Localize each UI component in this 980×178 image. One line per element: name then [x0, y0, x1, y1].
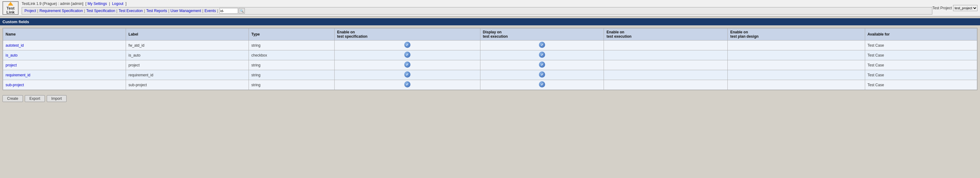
check-icon: [539, 61, 545, 68]
footer-buttons: Create Export Import: [0, 93, 980, 104]
table-cell: Test Case: [865, 50, 977, 60]
section-title: Custom fields: [3, 19, 29, 24]
row-link[interactable]: project: [6, 63, 17, 68]
table-cell: [335, 70, 480, 80]
col-label: Label: [126, 28, 249, 41]
table-cell[interactable]: autotest_id: [3, 41, 126, 50]
table-row: sub-projectsub-projectstringTest Case: [3, 80, 977, 90]
col-enable-plan: Enable ontest plan design: [728, 28, 865, 41]
table-cell: [480, 50, 604, 60]
app-title: TestLink 1.9 (Prague) : admin [admin] [ …: [22, 2, 932, 6]
table-cell: [728, 50, 865, 60]
table-cell: fw_atd_id: [126, 41, 249, 50]
table-cell: string: [249, 41, 335, 50]
check-icon: [539, 71, 545, 77]
table-cell: checkbox: [249, 50, 335, 60]
check-icon: [404, 81, 410, 87]
col-enable-spec: Enable ontest specification: [335, 28, 480, 41]
search-input[interactable]: [220, 8, 238, 14]
nav-events[interactable]: Events: [204, 9, 217, 13]
table-cell: [604, 41, 728, 50]
nav-project[interactable]: Project: [23, 9, 37, 13]
search-icon: 🔍: [240, 9, 243, 13]
app-title-text: TestLink 1.9 (Prague) : admin [admin]: [22, 2, 83, 6]
table-cell: project: [126, 60, 249, 70]
col-available: Available for: [865, 28, 977, 41]
check-icon: [404, 71, 410, 77]
nav-test-reports[interactable]: Test Reports: [145, 9, 168, 13]
table-cell: string: [249, 80, 335, 90]
check-icon: [404, 42, 410, 48]
table-cell[interactable]: sub-project: [3, 80, 126, 90]
table-cell: Test Case: [865, 70, 977, 80]
col-type: Type: [249, 28, 335, 41]
row-link[interactable]: requirement_id: [6, 73, 30, 77]
table-cell: is_auto: [126, 50, 249, 60]
test-project-select[interactable]: test_project: [953, 5, 977, 11]
nav-bar: Project | Requirement Specification | Te…: [22, 7, 932, 14]
table-cell: [604, 70, 728, 80]
my-settings-link[interactable]: My Settings: [88, 2, 107, 6]
logout-link[interactable]: Logout: [112, 2, 124, 6]
table-cell[interactable]: project: [3, 60, 126, 70]
table-cell: sub-project: [126, 80, 249, 90]
header: Test Link TestLink 1.9 (Prague) : admin …: [0, 0, 980, 16]
check-icon: [539, 52, 545, 58]
create-button[interactable]: Create: [3, 95, 23, 102]
table-cell: [480, 41, 604, 50]
table-cell: Test Case: [865, 80, 977, 90]
table-cell: [480, 70, 604, 80]
table-cell: string: [249, 70, 335, 80]
table-cell: requirement_id: [126, 70, 249, 80]
test-project-label: Test Project: [932, 6, 952, 10]
nav-test-spec[interactable]: Test Specification: [85, 9, 116, 13]
col-name: Name: [3, 28, 126, 41]
table-cell: [335, 60, 480, 70]
col-enable-exec: Enable ontest execution: [604, 28, 728, 41]
logo-text-bottom: Link: [6, 10, 15, 14]
nav-sep-7: |: [217, 9, 218, 13]
row-link[interactable]: is_auto: [6, 53, 18, 57]
check-icon: [539, 42, 545, 48]
table-cell: [480, 60, 604, 70]
table-cell: [604, 60, 728, 70]
nav-requirement-spec[interactable]: Requirement Specification: [38, 9, 84, 13]
table-cell: Test Case: [865, 60, 977, 70]
table-cell: [335, 50, 480, 60]
table-cell: Test Case: [865, 41, 977, 50]
table-row: requirement_idrequirement_idstringTest C…: [3, 70, 977, 80]
table-cell[interactable]: requirement_id: [3, 70, 126, 80]
table-body: autotest_idfw_atd_idstringTest Caseis_au…: [3, 41, 977, 90]
section-header: Custom fields: [0, 18, 980, 25]
table-cell: string: [249, 60, 335, 70]
row-link[interactable]: autotest_id: [6, 43, 24, 47]
table-cell: [728, 70, 865, 80]
table-cell: [604, 50, 728, 60]
row-link[interactable]: sub-project: [6, 83, 24, 87]
table-cell: [728, 60, 865, 70]
table-wrap: Name Label Type Enable ontest specificat…: [3, 28, 977, 90]
table-cell[interactable]: is_auto: [3, 50, 126, 60]
header-info: TestLink 1.9 (Prague) : admin [admin] [ …: [22, 2, 932, 14]
custom-fields-table: Name Label Type Enable ontest specificat…: [3, 28, 977, 90]
check-icon: [539, 81, 545, 87]
col-display-exec: Display ontest execution: [480, 28, 604, 41]
table-row: autotest_idfw_atd_idstringTest Case: [3, 41, 977, 50]
check-icon: [404, 52, 410, 58]
import-button[interactable]: Import: [47, 95, 67, 102]
table-cell: [480, 80, 604, 90]
nav-user-mgmt[interactable]: User Management: [169, 9, 202, 13]
table-cell: [335, 80, 480, 90]
table-cell: [728, 80, 865, 90]
logo: Test Link: [3, 1, 19, 15]
table-cell: [335, 41, 480, 50]
table-cell: [728, 41, 865, 50]
search-button[interactable]: 🔍: [239, 8, 245, 14]
table-row: projectprojectstringTest Case: [3, 60, 977, 70]
search-wrap: 🔍: [220, 8, 245, 14]
table-cell: [604, 80, 728, 90]
nav-test-exec[interactable]: Test Execution: [117, 9, 144, 13]
logo-icon: [8, 2, 13, 6]
export-button[interactable]: Export: [25, 95, 45, 102]
table-header-row: Name Label Type Enable ontest specificat…: [3, 28, 977, 41]
